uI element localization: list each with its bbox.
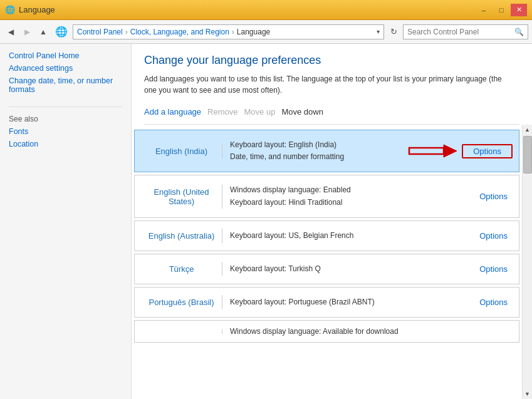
options-button-turkish[interactable]: Options (474, 262, 513, 276)
sidebar-control-panel-home[interactable]: Control Panel Home (9, 51, 122, 60)
lang-item-english-australia[interactable]: English (Australia) Keyboard layout: US,… (134, 220, 519, 251)
language-list-wrapper: English (India) Keyboard layout: English… (132, 125, 532, 399)
app-icon: 🌐 (5, 5, 15, 15)
maximize-button[interactable]: □ (493, 4, 509, 16)
sidebar-location[interactable]: Location (9, 140, 122, 148)
language-list: English (India) Keyboard layout: English… (134, 125, 519, 348)
sidebar-advanced-settings[interactable]: Advanced settings (9, 64, 122, 73)
up-button[interactable]: ▲ (36, 25, 50, 39)
language-toolbar: Add a language Remove Move up Move down (144, 105, 519, 125)
red-arrow-annotation (408, 142, 458, 160)
breadcrumb: Control Panel › Clock, Language, and Reg… (73, 24, 384, 39)
lang-details-portuguese-brazil: Keyboard layout: Portuguese (Brazil ABNT… (222, 294, 474, 311)
sidebar: Control Panel Home Advanced settings Cha… (0, 44, 132, 399)
options-button-english-india[interactable]: Options (468, 144, 506, 158)
search-box: 🔍 (403, 24, 528, 39)
lang-name-turkish: Türkçe (141, 262, 222, 276)
titlebar: 🌐 Language – □ ✕ (0, 0, 532, 20)
sidebar-fonts[interactable]: Fonts (9, 127, 122, 136)
move-up-button[interactable]: Move up (244, 105, 282, 119)
scrollbar[interactable]: ▲ ▼ (522, 125, 532, 399)
lang-details-english-india: Keyboard layout: English (India) Date, t… (222, 137, 408, 165)
lang-item-partial[interactable]: Windows display language: Available for … (134, 320, 519, 343)
lang-item-english-us[interactable]: English (United States) Windows display … (134, 175, 519, 217)
main-layout: Control Panel Home Advanced settings Cha… (0, 44, 532, 399)
options-with-arrow: Options (408, 142, 513, 160)
lang-details-partial: Windows display language: Available for … (222, 323, 513, 340)
lang-item-english-india[interactable]: English (India) Keyboard layout: English… (134, 130, 519, 172)
refresh-button[interactable]: ↻ (387, 25, 400, 39)
window-title: Language (19, 5, 55, 14)
options-button-portuguese-brazil[interactable]: Options (474, 295, 513, 309)
window-controls: – □ ✕ (476, 4, 527, 16)
page-title: Change your language preferences (144, 54, 519, 67)
scroll-up-button[interactable]: ▲ (523, 125, 533, 135)
see-also-title: See also (9, 115, 122, 123)
sidebar-see-also: See also Fonts Location (9, 106, 122, 148)
remove-button[interactable]: Remove (207, 105, 244, 119)
breadcrumb-dropdown[interactable]: ▾ (377, 28, 380, 35)
breadcrumb-control-panel[interactable]: Control Panel (77, 28, 123, 36)
lang-name-english-india: English (India) (141, 144, 222, 158)
options-button-english-australia[interactable]: Options (474, 229, 513, 243)
page-description: Add languages you want to use to this li… (144, 73, 508, 96)
lang-name-partial (141, 329, 222, 334)
svg-marker-1 (444, 145, 457, 157)
lang-item-portuguese-brazil[interactable]: Português (Brasil) Keyboard layout: Port… (134, 287, 519, 318)
content-inner: Change your language preferences Add lan… (132, 44, 532, 125)
scrollbar-thumb[interactable] (523, 136, 532, 174)
lang-item-turkish[interactable]: Türkçe Keyboard layout: Turkish Q Option… (134, 254, 519, 284)
move-down-button[interactable]: Move down (281, 105, 329, 119)
sidebar-date-formats[interactable]: Change date, time, or number formats (9, 76, 122, 94)
lang-details-turkish: Keyboard layout: Turkish Q (222, 261, 474, 277)
breadcrumb-language: Language (237, 28, 270, 36)
search-icon: 🔍 (514, 28, 524, 36)
scroll-down-button[interactable]: ▼ (523, 389, 533, 399)
forward-button[interactable]: ▶ (20, 25, 34, 39)
options-button-highlighted: Options (462, 144, 513, 158)
lang-name-english-us: English (United States) (141, 185, 222, 209)
close-button[interactable]: ✕ (511, 4, 527, 16)
svg-rect-0 (409, 148, 444, 154)
minimize-button[interactable]: – (476, 4, 492, 16)
content: Change your language preferences Add lan… (132, 44, 532, 399)
breadcrumb-clock-lang-region[interactable]: Clock, Language, and Region (130, 28, 229, 36)
lang-details-english-us: Windows display language: Enabled Keyboa… (222, 182, 474, 210)
lang-name-portuguese-brazil: Português (Brasil) (141, 295, 222, 309)
back-button[interactable]: ◀ (4, 25, 18, 39)
breadcrumb-icon: 🌐 (55, 26, 68, 38)
search-input[interactable] (407, 28, 514, 36)
lang-details-english-australia: Keyboard layout: US, Belgian French (222, 227, 474, 244)
addressbar: ◀ ▶ ▲ 🌐 Control Panel › Clock, Language,… (0, 20, 532, 44)
language-list-scroll: English (India) Keyboard layout: English… (132, 125, 522, 399)
arrow-svg (408, 142, 458, 160)
add-language-button[interactable]: Add a language (144, 105, 207, 119)
options-button-english-us[interactable]: Options (474, 189, 513, 204)
lang-name-english-australia: English (Australia) (141, 229, 222, 243)
